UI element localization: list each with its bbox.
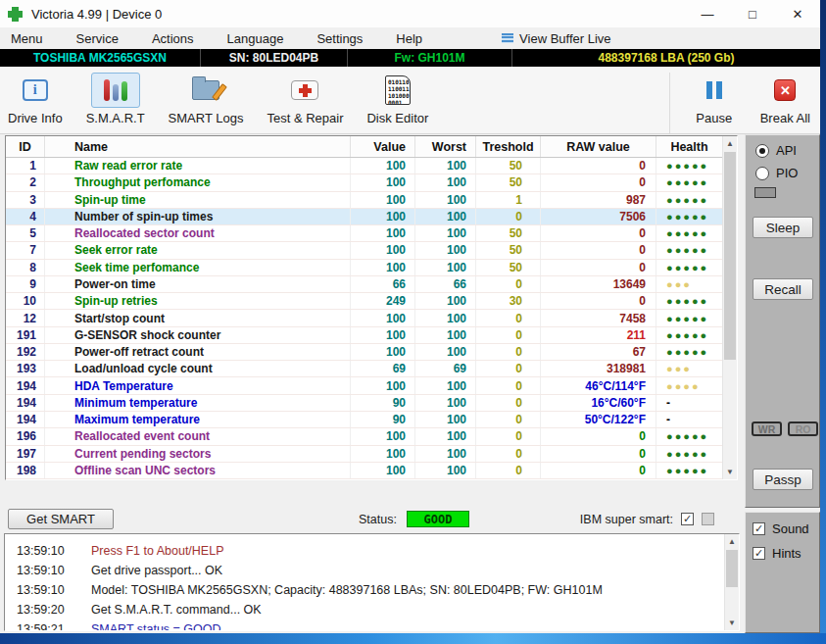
table-row[interactable]: 5Reallocated sector count100100500●●●●● (6, 225, 722, 242)
health-dots-icon: ●●●●● (656, 158, 722, 173)
table-cell-value: 69 (351, 361, 415, 376)
table-cell-tresh: 50 (476, 174, 541, 190)
menu-item-language[interactable]: Language (217, 31, 307, 46)
table-row[interactable]: 8Seek time perfomance100100500●●●●● (6, 260, 722, 276)
column-header-worst[interactable]: Worst (415, 136, 476, 157)
table-row[interactable]: 193Load/unload cycle count69690318981●●● (6, 361, 722, 377)
table-cell-tresh: 0 (476, 361, 541, 376)
table-row[interactable]: 198Offline scan UNC sectors10010000●●●●● (6, 463, 722, 479)
table-row[interactable]: 196Reallocated event count10010000●●●●● (6, 428, 722, 445)
log-scrollbar[interactable]: ▲ ▼ (724, 534, 739, 630)
table-row[interactable]: 197Current pending sectors10010000●●●●● (6, 446, 722, 463)
table-cell-worst: 100 (415, 209, 476, 224)
column-header-raw-value[interactable]: RAW value (541, 136, 656, 157)
pio-radio-row[interactable]: PIO (755, 166, 798, 180)
table-row[interactable]: 2Throughput perfomance100100500●●●●● (6, 174, 722, 191)
table-row[interactable]: 194Maximum temperature90100050°C/122°F- (6, 412, 722, 428)
table-row[interactable]: 194HDA Temperature100100046°C/114°F●●●● (6, 377, 722, 394)
wr-badge[interactable]: WR (752, 421, 782, 436)
menu-item-service[interactable]: Service (66, 31, 141, 46)
table-cell-worst: 100 (415, 395, 476, 411)
wr-ro-badges: WR RO (752, 421, 818, 436)
pause-button[interactable]: Pause (690, 73, 739, 125)
drive-info-button[interactable]: i Drive Info (8, 73, 63, 125)
log-message: Press F1 to About/HELP (91, 544, 224, 558)
log-message: Get S.M.A.R.T. command... OK (91, 603, 262, 617)
sleep-button[interactable]: Sleep (753, 217, 813, 238)
column-header-health[interactable]: Health (656, 136, 722, 157)
app-logo-cross-icon (8, 7, 23, 22)
column-header-name[interactable]: Name (45, 136, 351, 157)
ibm-super-smart-checkbox[interactable]: ✓ (681, 513, 694, 525)
column-header-value[interactable]: Value (351, 136, 415, 157)
sound-label: Sound (772, 521, 809, 536)
table-cell-tresh: 0 (476, 412, 541, 427)
log-scrollbar-thumb[interactable] (726, 550, 738, 587)
table-row[interactable]: 7Seek error rate100100500●●●●● (6, 242, 722, 259)
table-cell-value: 100 (351, 209, 415, 224)
disk-editor-label: Disk Editor (366, 111, 428, 125)
table-cell-raw: 0 (541, 293, 656, 309)
table-cell-name: Seek error rate (45, 242, 351, 258)
menu-item-menu[interactable]: Menu (0, 31, 66, 46)
test-repair-button[interactable]: Test & Repair (267, 73, 343, 125)
pio-radio-icon[interactable] (755, 167, 769, 180)
table-row[interactable]: 194Minimum temperature90100016°C/60°F- (6, 395, 722, 412)
table-scrollbar-thumb[interactable] (724, 152, 736, 360)
table-cell-tresh: 0 (476, 428, 541, 444)
table-cell-value: 249 (351, 293, 415, 309)
log-timestamp: 13:59:10 (17, 544, 77, 558)
smart-button[interactable]: S.M.A.R.T (86, 73, 145, 125)
menu-item-settings[interactable]: Settings (306, 31, 385, 46)
table-cell-name: Load/unload cycle count (45, 361, 351, 376)
break-all-button[interactable]: ✕ Break All (760, 73, 810, 125)
table-cell-name: Raw read error rate (45, 158, 351, 173)
log-scroll-up-icon[interactable]: ▲ (725, 534, 739, 549)
recall-button[interactable]: Recall (753, 278, 813, 300)
smart-logs-button[interactable]: SMART Logs (169, 73, 244, 125)
table-row[interactable]: 10Spin-up retries249100300●●●●● (6, 293, 722, 310)
table-row[interactable]: 1Raw read error rate100100500●●●●● (6, 158, 722, 174)
table-cell-tresh: 0 (476, 377, 541, 393)
table-row[interactable]: 4Number of spin-up times10010007506●●●●● (6, 209, 722, 225)
table-cell-worst: 100 (415, 174, 476, 190)
hints-checkbox[interactable]: ✓ (753, 547, 765, 560)
scroll-up-icon[interactable]: ▲ (723, 136, 737, 151)
status-label: Status: (359, 513, 397, 526)
api-radio-icon[interactable] (755, 144, 769, 158)
scroll-down-icon[interactable]: ▼ (723, 465, 737, 479)
menu-item-actions[interactable]: Actions (141, 31, 217, 46)
table-row[interactable]: 3Spin-up time1001001987●●●●● (6, 192, 722, 209)
table-cell-name: Spin-up time (45, 192, 351, 208)
hints-checkbox-row[interactable]: ✓ Hints (753, 546, 819, 561)
table-cell-raw: 0 (541, 225, 656, 241)
table-cell-name: Maximum temperature (45, 412, 351, 427)
table-cell-id: 192 (6, 344, 45, 360)
minimize-button[interactable]: — (685, 0, 730, 27)
table-scrollbar[interactable]: ▲ ▼ (722, 136, 737, 479)
get-smart-button[interactable]: Get SMART (8, 509, 114, 529)
health-dots-icon: ●●●●● (656, 209, 722, 224)
table-row[interactable]: 191G-SENSOR shock counter1001000211●●●●● (6, 327, 722, 344)
api-radio-row[interactable]: API (755, 143, 797, 158)
disk-editor-button[interactable]: 010110 110011 101000 0001 Disk Editor (366, 73, 428, 125)
table-row[interactable]: 9Power-on time6666013649●●● (6, 276, 722, 293)
column-header-id[interactable]: ID (6, 136, 45, 157)
table-cell-value: 100 (351, 428, 415, 444)
ro-badge[interactable]: RO (788, 421, 818, 436)
maximize-button[interactable]: □ (730, 0, 775, 27)
view-buffer-live-button[interactable]: View Buffer Live (502, 31, 610, 46)
close-button[interactable]: ✕ (775, 0, 820, 27)
table-row[interactable]: 12Start/stop count10010007458●●●●● (6, 310, 722, 326)
table-row[interactable]: 192Power-off retract count100100067●●●●● (6, 344, 722, 361)
aux-gray-box[interactable] (702, 513, 714, 525)
passp-button[interactable]: Passp (753, 469, 813, 490)
log-scroll-down-icon[interactable]: ▼ (725, 616, 739, 630)
table-cell-worst: 100 (415, 377, 476, 393)
column-header-treshold[interactable]: Treshold (476, 136, 541, 157)
sound-checkbox-row[interactable]: ✓ Sound (753, 521, 819, 536)
sound-checkbox[interactable]: ✓ (753, 522, 765, 535)
table-cell-worst: 100 (415, 463, 476, 478)
menu-item-help[interactable]: Help (385, 31, 445, 46)
table-cell-health: - (656, 395, 722, 411)
